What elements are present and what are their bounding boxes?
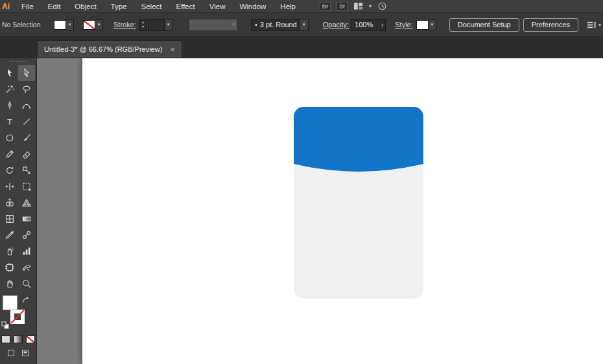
eraser-tool[interactable] <box>18 146 35 162</box>
color-button[interactable] <box>1 336 10 343</box>
draw-mode-icon[interactable] <box>7 349 15 357</box>
menu-effect[interactable]: Effect <box>169 3 202 10</box>
arrange-documents-icon[interactable] <box>353 1 363 11</box>
magic-wand-tool[interactable] <box>1 81 18 97</box>
perspective-grid-tool[interactable] <box>18 194 35 210</box>
close-icon[interactable]: × <box>170 45 175 54</box>
free-transform-tool[interactable] <box>18 178 35 194</box>
style-label[interactable]: Style: <box>395 21 413 28</box>
none-button[interactable] <box>26 336 35 343</box>
workspace-icon <box>587 20 597 30</box>
menu-items: FileEditObjectTypeSelectEffectViewWindow… <box>14 3 303 10</box>
menu-file[interactable]: File <box>14 3 41 10</box>
chevron-down-icon[interactable]: ▾ <box>95 19 103 30</box>
stroke-weight-dropdown[interactable]: ▾ <box>148 19 173 31</box>
artboard[interactable] <box>82 58 603 364</box>
stroke-color-control[interactable]: ▾ <box>83 19 103 30</box>
stepper-down-icon[interactable]: ▾ <box>142 25 144 29</box>
menu-bar: Ai FileEditObjectTypeSelectEffectViewWin… <box>0 0 603 13</box>
default-fill-stroke-icon[interactable] <box>1 321 9 329</box>
width-tool[interactable] <box>1 178 18 194</box>
blend-tool[interactable] <box>18 227 35 243</box>
paintbrush-tool[interactable] <box>18 130 35 146</box>
fill-indicator[interactable] <box>3 295 18 310</box>
canvas[interactable] <box>37 58 603 364</box>
stroke-weight-stepper[interactable]: ▴ ▾ <box>139 19 147 31</box>
menu-window[interactable]: Window <box>232 3 273 10</box>
type-tool[interactable]: T <box>1 113 18 130</box>
opacity-label[interactable]: Opacity: <box>323 21 349 28</box>
tab-bar: Untitled-3* @ 66.67% (RGB/Preview) × <box>0 37 603 58</box>
pencil-tool[interactable] <box>1 146 18 162</box>
selection-tool[interactable] <box>1 65 18 81</box>
brush-definition-value: 3 pt. Round <box>257 21 300 28</box>
illustrator-logo: Ai <box>0 2 14 11</box>
lasso-tool[interactable] <box>18 81 35 97</box>
opacity-input[interactable] <box>351 19 377 31</box>
menu-edit[interactable]: Edit <box>41 3 68 10</box>
swap-fill-stroke-icon[interactable] <box>22 297 29 304</box>
chevron-down-icon: ▾ <box>229 19 237 30</box>
toolbar-grip[interactable] <box>10 61 27 63</box>
document-setup-button[interactable]: Document Setup <box>449 18 519 32</box>
chevron-down-icon[interactable]: ▾ <box>369 3 372 9</box>
sync-settings-icon[interactable] <box>377 1 387 11</box>
slice-tool[interactable] <box>18 259 35 275</box>
bridge-button[interactable]: Br <box>320 2 331 11</box>
shape-cap[interactable] <box>294 107 423 172</box>
stepper-up-icon[interactable]: ▴ <box>142 20 144 25</box>
workspace-switcher[interactable]: ▾ <box>587 20 601 30</box>
shape-body[interactable] <box>294 152 423 299</box>
ellipse-tool[interactable] <box>1 130 18 146</box>
mesh-tool[interactable] <box>1 210 18 227</box>
preferences-button[interactable]: Preferences <box>523 18 578 32</box>
menu-object[interactable]: Object <box>67 3 103 10</box>
fill-stroke-indicator <box>0 294 37 330</box>
tool-grid: T <box>1 65 35 291</box>
brush-definition-dropdown[interactable]: • 3 pt. Round ▾ <box>251 19 308 31</box>
chevron-down-icon[interactable]: ▾ <box>429 19 436 30</box>
pen-tool[interactable] <box>1 97 18 113</box>
curvature-tool[interactable] <box>18 97 35 113</box>
brush-dropdown-disabled: ▾ <box>189 19 239 31</box>
hand-tool[interactable] <box>1 275 18 291</box>
fill-color-control[interactable]: ▾ <box>54 19 74 30</box>
chevron-down-icon[interactable]: ▾ <box>66 19 74 30</box>
rotate-tool[interactable] <box>1 162 18 178</box>
fill-swatch[interactable] <box>54 20 66 30</box>
selection-status: No Selection <box>2 21 40 28</box>
column-graph-tool[interactable] <box>18 243 35 259</box>
direct-selection-tool[interactable] <box>18 65 35 81</box>
menu-select[interactable]: Select <box>134 3 169 10</box>
gradient-button[interactable] <box>14 336 23 343</box>
brush-preview-icon: • <box>252 21 257 28</box>
opacity-expand-arrow[interactable]: › <box>379 19 386 31</box>
screen-mode-icon[interactable] <box>21 349 29 357</box>
menu-view[interactable]: View <box>202 3 233 10</box>
zoom-tool[interactable] <box>18 275 35 291</box>
artboard-tool[interactable] <box>1 259 18 275</box>
document-tab[interactable]: Untitled-3* @ 66.67% (RGB/Preview) × <box>37 40 182 58</box>
svg-text:T: T <box>7 117 12 126</box>
stroke-swatch[interactable] <box>83 20 95 30</box>
bottom-modes <box>7 349 29 357</box>
menu-type[interactable]: Type <box>104 3 134 10</box>
shape-builder-tool[interactable] <box>1 194 18 210</box>
stroke-indicator[interactable] <box>10 309 25 324</box>
menubar-right: BrSt▾ <box>320 1 387 11</box>
chevron-down-icon[interactable]: ▾ <box>164 19 172 30</box>
style-control[interactable]: ▾ <box>416 19 436 30</box>
symbol-sprayer-tool[interactable] <box>1 243 18 259</box>
style-swatch[interactable] <box>416 20 429 30</box>
document-tab-title: Untitled-3* @ 66.67% (RGB/Preview) <box>44 45 162 53</box>
line-segment-tool[interactable] <box>18 113 35 130</box>
chevron-down-icon[interactable]: ▾ <box>598 22 601 28</box>
scale-tool[interactable] <box>18 162 35 178</box>
menu-help[interactable]: Help <box>273 3 303 10</box>
stroke-label[interactable]: Stroke: <box>113 21 136 28</box>
eyedropper-tool[interactable] <box>1 227 18 243</box>
drawn-shape[interactable] <box>294 107 423 299</box>
chevron-down-icon[interactable]: ▾ <box>300 19 308 30</box>
stock-button[interactable]: St <box>337 2 348 11</box>
gradient-tool[interactable] <box>18 210 35 227</box>
